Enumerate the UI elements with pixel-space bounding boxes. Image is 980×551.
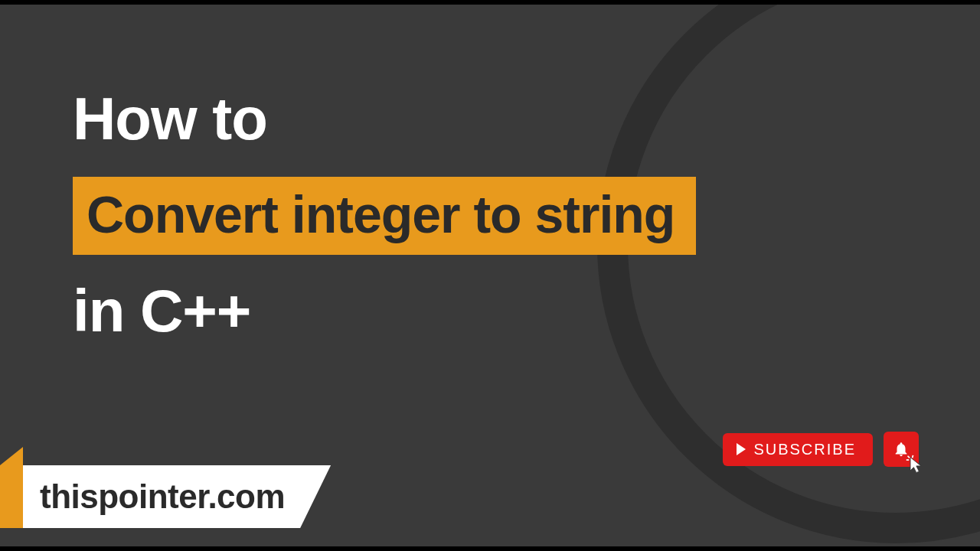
title-line-3: in C++ <box>73 276 696 346</box>
banner-accent <box>0 465 23 528</box>
svg-line-2 <box>913 455 913 458</box>
banner-accent-triangle <box>0 447 23 465</box>
site-name: thispointer.com <box>40 478 285 516</box>
title-line-1: How to <box>73 84 696 154</box>
subscribe-button[interactable]: SUBSCRIBE <box>723 433 873 466</box>
letterbox-top <box>0 0 980 5</box>
title-highlight: Convert integer to string <box>73 177 696 255</box>
subscribe-group: SUBSCRIBE <box>723 432 919 467</box>
subscribe-label: SUBSCRIBE <box>753 441 856 458</box>
notification-bell-button[interactable] <box>884 432 919 467</box>
letterbox-bottom <box>0 546 980 551</box>
play-icon <box>737 443 746 455</box>
svg-line-0 <box>908 456 910 458</box>
cursor-click-icon <box>905 455 926 476</box>
title-block: How to Convert integer to string in C++ <box>73 84 696 346</box>
banner-body: thispointer.com <box>23 465 331 528</box>
site-banner: thispointer.com <box>0 465 331 528</box>
